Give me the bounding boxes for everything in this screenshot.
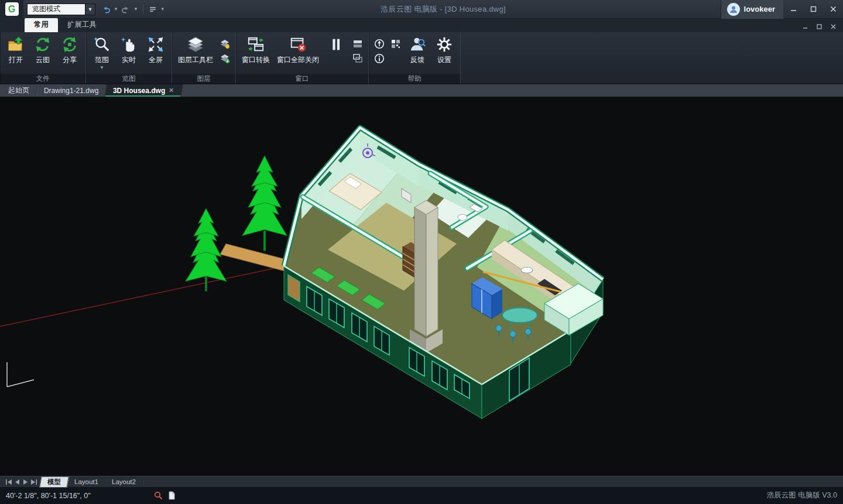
pine-tree-left[interactable]	[186, 208, 227, 291]
last-layout-icon[interactable]	[30, 479, 37, 485]
tile-vertical-button[interactable]	[323, 34, 349, 54]
button-label: 窗口全部关闭	[277, 55, 319, 65]
layout-tab-bar: 模型 Layout1 Layout2	[0, 476, 843, 487]
doc-tab-label: Drawing1-21.dwg	[44, 87, 98, 95]
ribbon-group-label-file: 文件	[0, 74, 85, 84]
customize-dropdown-icon[interactable]: ▼	[159, 6, 166, 12]
status-icons	[154, 491, 176, 500]
window-close-all-button[interactable]: 窗口全部关闭	[274, 34, 322, 66]
username: lovokeer	[744, 5, 775, 13]
sheet-status-icon[interactable]	[167, 491, 176, 500]
ribbon: 打开 云图 分享 文件	[0, 32, 843, 84]
doc-tab-3d-housea[interactable]: 3D Housea.dwg ✕	[105, 84, 183, 97]
tile-horizontal-icon[interactable]	[352, 38, 364, 50]
pine-tree-right[interactable]	[242, 156, 287, 251]
doc-tab-close-icon[interactable]: ✕	[169, 87, 174, 94]
construction-line-red[interactable]	[0, 266, 285, 326]
window-title: 浩辰云图 电脑版 - [3D Housea.dwg]	[166, 4, 721, 15]
doc-restore-icon	[817, 24, 822, 29]
layer-star-icon[interactable]	[219, 38, 231, 50]
window-small-buttons	[350, 34, 365, 64]
ribbon-group-label-help: 帮助	[369, 74, 460, 84]
open-folder-icon	[7, 35, 25, 54]
update-icon[interactable]	[373, 38, 385, 50]
layout-tab-label: Layout2	[112, 478, 136, 485]
button-label: 实时	[122, 55, 136, 65]
ribbon-tab-row: 常用 扩展工具	[0, 19, 843, 32]
layout-tab-layout1[interactable]: Layout1	[67, 478, 106, 486]
feedback-button[interactable]: 反馈	[405, 34, 430, 66]
zoom-extents-icon	[93, 35, 111, 54]
cloud-button[interactable]: 云图	[30, 34, 56, 66]
cursor-coordinates: 40'-2 1/8", 80'-1 15/16", 0"	[6, 492, 149, 500]
user-panel[interactable]: lovokeer	[721, 0, 783, 19]
layout-tab-model[interactable]: 模型	[39, 476, 68, 488]
doc-tab-label: 起始页	[8, 85, 29, 95]
info-icon[interactable]	[373, 53, 385, 64]
doc-close-button[interactable]	[827, 22, 839, 31]
undo-button[interactable]	[100, 4, 112, 15]
avatar[interactable]	[727, 3, 740, 16]
customize-toolbar-button[interactable]	[147, 4, 159, 15]
zoom-extents-button[interactable]: 范围 ▼	[89, 34, 115, 70]
zoom-dropdown-icon[interactable]: ▼	[100, 66, 104, 70]
titlebar: G 览图模式 ▼ ▼ ▼ ▼ 浩辰云图 电脑版 - [3D Housea.dwg…	[0, 0, 843, 19]
minimize-button[interactable]	[783, 0, 803, 19]
3d-house-drawing[interactable]	[0, 97, 843, 476]
layer-add-icon[interactable]	[219, 53, 231, 64]
toolbar-separator	[143, 5, 143, 14]
cloud-sync-icon	[34, 35, 52, 54]
view-mode-value[interactable]: 览图模式	[27, 4, 85, 15]
zoom-status-icon[interactable]	[154, 491, 163, 500]
drawing-viewport[interactable]	[0, 97, 843, 476]
ribbon-group-view: 范围 ▼ 实时 全屏 览图	[86, 32, 172, 84]
cascade-windows-icon[interactable]	[352, 53, 364, 64]
close-button[interactable]	[823, 0, 843, 19]
doc-tab-label: 3D Housea.dwg	[113, 87, 165, 95]
ribbon-group-label-layer: 图层	[172, 74, 235, 84]
tab-extended-tools[interactable]: 扩展工具	[58, 18, 106, 32]
layer-toolbar-button[interactable]: 图层工具栏	[175, 34, 216, 66]
button-label: 反馈	[410, 55, 424, 65]
ribbon-group-window: 窗口转换 窗口全部关闭	[236, 32, 369, 84]
next-layout-icon[interactable]	[22, 479, 29, 485]
help-small-buttons	[372, 34, 387, 64]
window-close-all-icon	[289, 35, 307, 54]
prev-layout-icon[interactable]	[14, 479, 20, 485]
doc-tab-start-page[interactable]: 起始页	[1, 84, 38, 97]
share-button[interactable]: 分享	[57, 34, 83, 66]
open-button[interactable]: 打开	[3, 34, 29, 66]
chevron-down-icon[interactable]: ▼	[85, 4, 95, 15]
ribbon-group-file: 打开 云图 分享 文件	[0, 32, 86, 84]
button-label: 设置	[437, 55, 451, 65]
help-small-buttons-2	[388, 34, 403, 50]
view-mode-dropdown[interactable]: 览图模式 ▼	[27, 4, 95, 15]
fullscreen-button[interactable]: 全屏	[143, 34, 169, 66]
quick-access-toolbar: ▼ ▼ ▼	[100, 4, 166, 15]
doc-restore-button[interactable]	[813, 22, 825, 31]
window-switch-button[interactable]: 窗口转换	[239, 34, 273, 66]
share-icon	[61, 35, 78, 54]
settings-button[interactable]: 设置	[431, 34, 457, 66]
doc-tab-drawing1[interactable]: Drawing1-21.dwg	[36, 84, 107, 97]
layout-tab-label: Layout1	[74, 478, 98, 485]
doc-minimize-icon	[803, 24, 808, 29]
undo-dropdown-icon[interactable]: ▼	[112, 6, 119, 12]
redo-dropdown-icon[interactable]: ▼	[132, 6, 139, 12]
document-tab-bar: 起始页 Drawing1-21.dwg 3D Housea.dwg ✕	[0, 84, 843, 97]
pan-hand-icon	[120, 35, 138, 54]
realtime-pan-button[interactable]: 实时	[116, 34, 142, 66]
qr-code-icon[interactable]	[390, 38, 402, 50]
layout-tab-layout2[interactable]: Layout2	[105, 478, 143, 486]
window-controls	[783, 0, 843, 19]
doc-minimize-button[interactable]	[799, 22, 811, 31]
redo-button[interactable]	[120, 4, 132, 15]
tab-home[interactable]: 常用	[25, 18, 58, 32]
house-model[interactable]	[284, 128, 603, 419]
tile-vertical-icon	[327, 35, 345, 54]
undo-icon	[101, 5, 111, 14]
settings-gear-icon	[436, 35, 453, 54]
first-layout-icon[interactable]	[6, 479, 12, 485]
maximize-button[interactable]	[803, 0, 823, 19]
button-label: 范围	[95, 55, 109, 65]
